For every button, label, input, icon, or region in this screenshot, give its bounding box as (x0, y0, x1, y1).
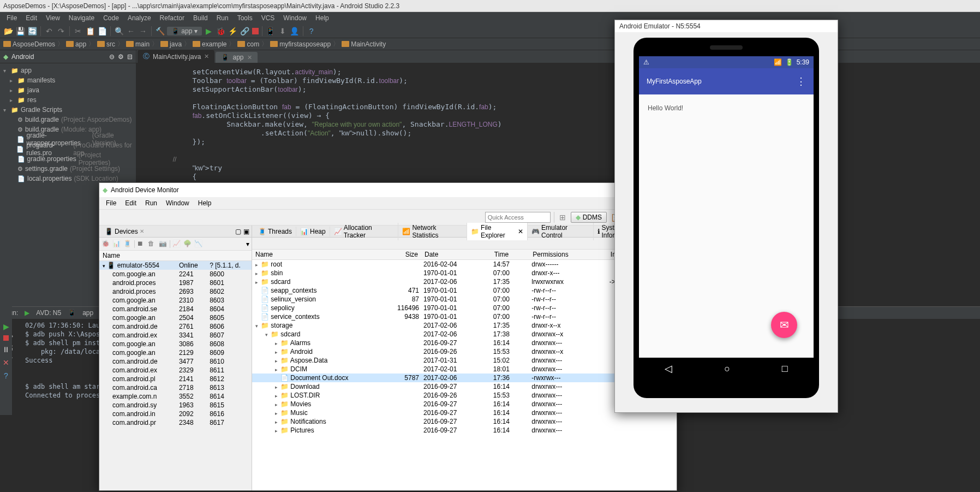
ddms-perspective-button[interactable]: ◆DDMS (571, 212, 607, 223)
attach-debugger-icon[interactable]: 🔗 (240, 26, 250, 36)
redo-icon[interactable]: ↷ (56, 26, 66, 36)
file-row[interactable]: ▸📁 sdcard2017-02-0617:35lrwxrwxrwx-> /st… (252, 277, 677, 286)
menu-tools[interactable]: Tools (233, 13, 257, 23)
home-button[interactable]: ○ (724, 363, 730, 375)
file-row[interactable]: ▸📁 Notifications2016-09-2716:14drwxrwx--… (252, 417, 677, 426)
menu-window[interactable]: Window (279, 13, 311, 23)
sdk-manager-icon[interactable]: ⬇ (278, 26, 288, 36)
menu-refactor[interactable]: Refactor (156, 13, 189, 23)
debug-device-icon[interactable]: 🐞 (101, 240, 110, 248)
monitor-tab[interactable]: 📊Heap (296, 227, 330, 236)
file-row[interactable]: 📄 seapp_contexts4711970-01-0107:00-rw-r-… (252, 286, 677, 295)
device-row[interactable]: com.android.sy19638615 (99, 401, 252, 410)
run-play-icon[interactable]: ▶ (25, 309, 29, 317)
collapse-icon[interactable]: ⊖ (109, 53, 115, 61)
device-row[interactable]: android.proces26938602 (99, 287, 252, 296)
device-row[interactable]: com.android.se21848604 (99, 305, 252, 313)
adm-menu-window[interactable]: Window (162, 198, 194, 208)
file-row[interactable]: ▸📁 root2016-02-0414:57drwx------ (252, 260, 677, 269)
file-row[interactable]: ▸📁 Android2016-09-2615:53drwxrwx--x (252, 347, 677, 356)
breadcrumb-item[interactable]: app (66, 40, 86, 48)
heap-icon[interactable]: 📊 (112, 240, 121, 248)
menu-view[interactable]: View (41, 13, 64, 23)
adm-titlebar[interactable]: ◆ Android Device Monitor — ☐ ✕ (99, 183, 677, 197)
file-row[interactable]: ▸📁 sbin1970-01-0107:00drwxr-x--- (252, 269, 677, 277)
file-row[interactable]: 📄 Document Out.docx57872017-02-0617:36-r… (252, 374, 677, 382)
menu-run[interactable]: Run (212, 13, 233, 23)
device-row[interactable]: com.google.an22418600 (99, 270, 252, 278)
avd-manager-icon[interactable]: 📱 (266, 26, 276, 36)
menu-analyze[interactable]: Analyze (123, 13, 156, 23)
stop-run-icon[interactable] (3, 335, 9, 341)
breadcrumb-item[interactable]: myfirstasposeapp (270, 40, 331, 48)
menu-build[interactable]: Build (189, 13, 212, 23)
editor-tab[interactable]: ⒸMainActivity.java✕ (138, 50, 214, 63)
fab-mail-button[interactable]: ✉ (771, 312, 797, 338)
tree-item[interactable]: ▸📁java (0, 85, 136, 95)
file-row[interactable]: ▸📁 Music2016-09-2716:14drwxrwx--- (252, 408, 677, 417)
hide-icon[interactable]: ⊟ (127, 53, 133, 61)
tree-item[interactable]: ▾📁Gradle Scripts (0, 105, 136, 115)
tree-item[interactable]: ⚙settings.gradle (Project Settings) (0, 164, 136, 174)
file-row[interactable]: ▸📁 DCIM2017-02-0118:01drwxrwx--- (252, 365, 677, 374)
forward-icon[interactable]: → (138, 26, 148, 36)
breadcrumb-item[interactable]: main (126, 40, 150, 48)
copy-icon[interactable]: 📋 (85, 26, 95, 36)
close-icon[interactable]: ✕ (3, 358, 9, 367)
help-icon[interactable]: ? (307, 26, 316, 36)
file-row[interactable]: ▾📁 storage2017-02-0617:35drwxr-x--x (252, 321, 677, 330)
view-hierarchy-icon[interactable]: 🌳 (183, 240, 192, 248)
device-row[interactable]: example.com.n35528614 (99, 392, 252, 401)
android-monitor-icon[interactable]: 👤 (290, 26, 300, 36)
overflow-menu-icon[interactable]: ⋮ (796, 75, 806, 87)
stop-icon[interactable] (252, 28, 259, 34)
file-row[interactable]: 📄 sepolicy1164961970-01-0107:00-rw-r--r-… (252, 304, 677, 312)
file-col[interactable]: Permissions (529, 250, 607, 260)
menu-icon[interactable]: ▾ (246, 240, 249, 248)
undo-icon[interactable]: ↶ (44, 26, 54, 36)
file-row[interactable]: 📄 selinux_version871970-01-0107:00-rw-r-… (252, 295, 677, 304)
device-row[interactable]: com.android.de27618606 (99, 322, 252, 331)
tree-item[interactable]: ⚙build.gradle (Project: AsposeDemos) (0, 115, 136, 125)
gc-icon[interactable]: 🗑 (148, 240, 157, 248)
monitor-tab[interactable]: 🧵Threads (254, 227, 296, 236)
paste-icon[interactable]: 📄 (97, 26, 107, 36)
find-icon[interactable]: 🔍 (114, 26, 124, 36)
cut-icon[interactable]: ✂ (73, 26, 83, 36)
file-row[interactable]: ▸📁 Pictures2016-09-2716:14drwxrwx--- (252, 426, 677, 435)
file-col[interactable]: Size (394, 250, 421, 260)
back-icon[interactable]: ← (126, 26, 136, 36)
dev-col-name[interactable]: Name (99, 251, 176, 261)
recents-button[interactable]: □ (782, 363, 788, 375)
back-button[interactable]: ◁ (665, 363, 672, 375)
file-row[interactable]: ▸📁 Download2016-09-2716:14drwxrwx--- (252, 382, 677, 391)
build-icon[interactable]: 🔨 (155, 26, 165, 36)
file-row[interactable]: ▸📁 LOST.DIR2016-09-2615:53drwxrwx--- (252, 391, 677, 400)
perspective-icon[interactable]: ⊞ (558, 212, 567, 222)
menu-code[interactable]: Code (99, 13, 123, 23)
editor-tab[interactable]: 📱app✕ (216, 52, 257, 63)
tree-item[interactable]: ▸📁res (0, 95, 136, 105)
close-tab-icon[interactable]: ✕ (247, 54, 252, 61)
sidebar-header[interactable]: ◆ Android ⊖ ⚙ ⊟ (0, 50, 136, 63)
devices-tab[interactable]: 📱 Devices ✕ (101, 227, 147, 236)
adm-menu-help[interactable]: Help (194, 198, 216, 208)
device-row[interactable]: com.android.ex33418607 (99, 331, 252, 340)
breadcrumb-item[interactable]: MainActivity (342, 40, 386, 48)
pane-max-icon[interactable]: ▣ (243, 228, 249, 235)
device-row[interactable]: android.proces19878601 (99, 278, 252, 287)
apply-changes-icon[interactable]: ⚡ (228, 26, 238, 36)
adm-menu-edit[interactable]: Edit (121, 198, 141, 208)
adm-menu-run[interactable]: Run (141, 198, 162, 208)
rerun-icon[interactable]: ▶ (3, 322, 9, 331)
gear-icon[interactable]: ⚙ (118, 53, 124, 61)
device-row[interactable]: com.android.de34778610 (99, 357, 252, 366)
breadcrumb-item[interactable]: AsposeDemos (3, 40, 55, 48)
device-row[interactable]: com.google.an30868608 (99, 340, 252, 348)
threads-icon[interactable]: 🧵 (123, 240, 132, 248)
file-col[interactable]: Time (491, 250, 529, 260)
method-profile-icon[interactable]: 📈 (172, 240, 181, 248)
tree-item[interactable]: 📄gradle.properties (Project Properties) (0, 154, 136, 164)
stop-process-icon[interactable]: ⏹ (137, 240, 146, 248)
device-row[interactable]: com.android.in20928616 (99, 410, 252, 418)
